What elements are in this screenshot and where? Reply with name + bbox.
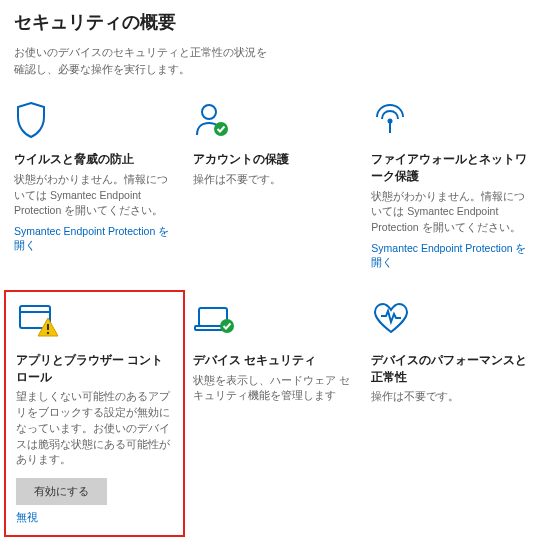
shield-icon [14,101,175,141]
card-firewall-network[interactable]: ファイアウォールとネットワーク保護 状態がわかりません。情報については Syma… [371,101,532,270]
security-cards-grid: ウイルスと脅威の防止 状態がわかりません。情報については Symantec En… [14,101,532,525]
open-symantec-link[interactable]: Symantec Endpoint Protection を開く [371,242,532,270]
svg-point-0 [202,105,216,119]
card-title: ファイアウォールとネットワーク保護 [371,151,532,185]
svg-point-8 [47,332,49,334]
card-desc: 状態を表示し、ハードウェア セキュリティ機能を管理します [193,373,354,405]
heart-icon [371,302,532,342]
card-title: デバイス セキュリティ [193,352,354,369]
card-desc: 望ましくない可能性のあるアプリをブロックする設定が無効になっています。お使いのデ… [16,389,173,468]
card-title: デバイスのパフォーマンスと正常性 [371,352,532,386]
card-title: アカウントの保護 [193,151,354,168]
card-account-protection[interactable]: アカウントの保護 操作は不要です。 [193,101,354,270]
account-icon [193,101,354,141]
browser-icon [16,302,173,342]
card-device-security[interactable]: デバイス セキュリティ 状態を表示し、ハードウェア セキュリティ機能を管理します [193,302,354,525]
device-icon [193,302,354,342]
enable-button[interactable]: 有効にする [16,478,107,505]
network-icon [371,101,532,141]
open-symantec-link[interactable]: Symantec Endpoint Protection を開く [14,225,175,253]
page-subtitle: お使いのデバイスのセキュリティと正常性の状況を確認し、必要な操作を実行します。 [14,44,274,77]
card-desc: 状態がわかりません。情報については Symantec Endpoint Prot… [14,172,175,219]
page-title: セキュリティの概要 [14,10,532,34]
card-app-browser-control[interactable]: アプリとブラウザー コントロール 望ましくない可能性のあるアプリをブロックする設… [4,290,185,537]
card-title: ウイルスと脅威の防止 [14,151,175,168]
card-device-performance[interactable]: デバイスのパフォーマンスと正常性 操作は不要です。 [371,302,532,525]
card-desc: 操作は不要です。 [371,389,532,405]
dismiss-link[interactable]: 無視 [16,511,173,525]
card-title: アプリとブラウザー コントロール [16,352,173,386]
card-desc: 操作は不要です。 [193,172,354,188]
card-virus-threat[interactable]: ウイルスと脅威の防止 状態がわかりません。情報については Symantec En… [14,101,175,270]
svg-point-2 [388,119,393,124]
card-desc: 状態がわかりません。情報については Symantec Endpoint Prot… [371,189,532,236]
